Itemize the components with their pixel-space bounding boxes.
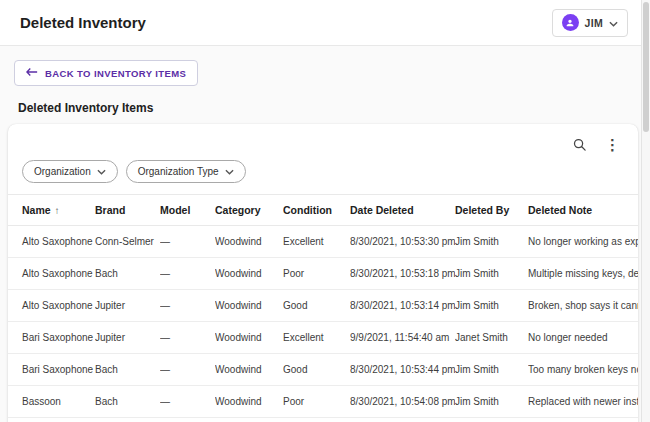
table-cell: 8/30/2021, 10:53:18 pm	[350, 258, 455, 290]
table-row[interactable]: ClarinetConn-Selmer—WoodwindFair9/9/2021…	[8, 418, 638, 422]
column-header-label: Model	[160, 204, 190, 216]
table-cell: Replaced with newer instrument	[528, 386, 638, 418]
back-button[interactable]: BACK TO INVENTORY ITEMS	[14, 60, 198, 86]
table-cell: —	[160, 386, 215, 418]
column-header[interactable]: Date Deleted	[350, 195, 455, 226]
table-cell: Jupiter	[95, 290, 160, 322]
table-cell: Woodwind	[215, 418, 283, 422]
table-cell: Alto Saxophone	[8, 226, 95, 258]
column-header-label: Date Deleted	[350, 204, 414, 216]
scrollbar-thumb[interactable]	[643, 2, 649, 132]
user-menu-button[interactable]: JIM	[552, 9, 628, 37]
filter-organization-label: Organization	[34, 166, 91, 177]
column-header-label: Deleted Note	[528, 204, 592, 216]
table-row[interactable]: BassoonBach—WoodwindPoor8/30/2021, 10:54…	[8, 386, 638, 418]
table-cell: Alto Saxophone	[8, 258, 95, 290]
table-cell: Good	[283, 354, 350, 386]
column-header[interactable]: Deleted Note	[528, 195, 638, 226]
table-cell: Excellent	[283, 226, 350, 258]
table-cell: 9/9/2021, 11:54:40 am	[350, 322, 455, 354]
table-cell: Woodwind	[215, 290, 283, 322]
table-cell: No longer working as expected	[528, 226, 638, 258]
table-cell: Woodwind	[215, 322, 283, 354]
table-cell: —	[160, 354, 215, 386]
table-cell: Good	[283, 290, 350, 322]
table-cell: Clarinet	[8, 418, 95, 422]
table-cell: Broken, shop says it cannot be fixed	[528, 290, 638, 322]
column-header-label: Name	[22, 204, 51, 216]
user-avatar-icon	[562, 14, 579, 31]
user-name-label: JIM	[585, 17, 603, 29]
column-header-label: Category	[215, 204, 261, 216]
table-cell: 8/30/2021, 10:53:30 pm	[350, 226, 455, 258]
filter-organization[interactable]: Organization	[22, 160, 118, 183]
sort-asc-icon: ↑	[55, 205, 60, 216]
card-toolbar: ⋮	[8, 124, 638, 155]
column-header[interactable]: Category	[215, 195, 283, 226]
filter-organization-type[interactable]: Organization Type	[126, 160, 246, 183]
filter-bar: Organization Organization Type	[8, 155, 638, 194]
arrow-left-icon	[26, 67, 38, 79]
column-header[interactable]: Condition	[283, 195, 350, 226]
chevron-down-icon	[225, 166, 234, 177]
table-row[interactable]: Alto SaxophoneJupiter—WoodwindGood8/30/2…	[8, 290, 638, 322]
table-row[interactable]: Bari SaxophoneJupiter—WoodwindExcellent9…	[8, 322, 638, 354]
page-title: Deleted Inventory	[20, 14, 146, 31]
table-cell: Woodwind	[215, 386, 283, 418]
table-cell: Jim Smith	[455, 290, 528, 322]
column-header[interactable]: Deleted By	[455, 195, 528, 226]
column-header-label: Brand	[95, 204, 125, 216]
table-cell: Conn-Selmer	[95, 418, 160, 422]
table-cell: Jupiter	[95, 322, 160, 354]
table-row[interactable]: Bari SaxophoneBach—WoodwindGood8/30/2021…	[8, 354, 638, 386]
column-header[interactable]: Brand	[95, 195, 160, 226]
kebab-menu-icon[interactable]: ⋮	[605, 137, 620, 152]
table-cell: —	[160, 418, 215, 422]
table-cell: Jim Smith	[455, 226, 528, 258]
search-icon[interactable]	[572, 137, 587, 152]
table-row[interactable]: Alto SaxophoneConn-Selmer—WoodwindExcell…	[8, 226, 638, 258]
table-cell: Multiple missing keys, dent in bell	[528, 258, 638, 290]
table-cell: Jim Smith	[455, 354, 528, 386]
table-cell: Alto Saxophone	[8, 290, 95, 322]
table-cell: Poor	[283, 258, 350, 290]
filter-organization-type-label: Organization Type	[138, 166, 219, 177]
table-cell: Bach	[95, 354, 160, 386]
table-cell: Conn-Selmer	[95, 226, 160, 258]
table-cell: Fair	[283, 418, 350, 422]
table-header-row: Name↑BrandModelCategoryConditionDate Del…	[8, 195, 638, 226]
table-cell: —	[160, 226, 215, 258]
vertical-scrollbar[interactable]	[641, 0, 650, 422]
column-header-label: Deleted By	[455, 204, 509, 216]
table-cell: Bach	[95, 386, 160, 418]
table-cell: Bassoon	[8, 386, 95, 418]
deleted-items-card: ⋮ Organization Organization Type Name↑Br…	[8, 124, 638, 422]
table-cell: Jim Smith	[455, 386, 528, 418]
table-cell: Bach	[95, 258, 160, 290]
table-cell: Janet Smith	[455, 322, 528, 354]
table-cell: Broken and not fixable	[528, 418, 638, 422]
table-cell: 8/30/2021, 10:53:44 pm	[350, 354, 455, 386]
column-header[interactable]: Name↑	[8, 195, 95, 226]
column-header-label: Condition	[283, 204, 332, 216]
table-cell: Woodwind	[215, 354, 283, 386]
table-row[interactable]: Alto SaxophoneBach—WoodwindPoor8/30/2021…	[8, 258, 638, 290]
table-cell: Janet Smith	[455, 418, 528, 422]
back-button-label: BACK TO INVENTORY ITEMS	[45, 68, 186, 79]
deleted-items-table: Name↑BrandModelCategoryConditionDate Del…	[8, 194, 638, 422]
table-cell: 8/30/2021, 10:54:08 pm	[350, 386, 455, 418]
table-cell: Bari Saxophone	[8, 322, 95, 354]
table-cell: Jim Smith	[455, 258, 528, 290]
section-title: Deleted Inventory Items	[18, 101, 650, 115]
chevron-down-icon	[609, 15, 618, 30]
column-header[interactable]: Model	[160, 195, 215, 226]
chevron-down-icon	[97, 166, 106, 177]
table-cell: No longer needed	[528, 322, 638, 354]
table-cell: Poor	[283, 386, 350, 418]
table-cell: Excellent	[283, 322, 350, 354]
table-cell: —	[160, 322, 215, 354]
app-header: Deleted Inventory JIM	[0, 0, 650, 46]
table-cell: 9/9/2021, 11:55:00 am	[350, 418, 455, 422]
table-cell: Too many broken keys now	[528, 354, 638, 386]
table-cell: 8/30/2021, 10:53:14 pm	[350, 290, 455, 322]
